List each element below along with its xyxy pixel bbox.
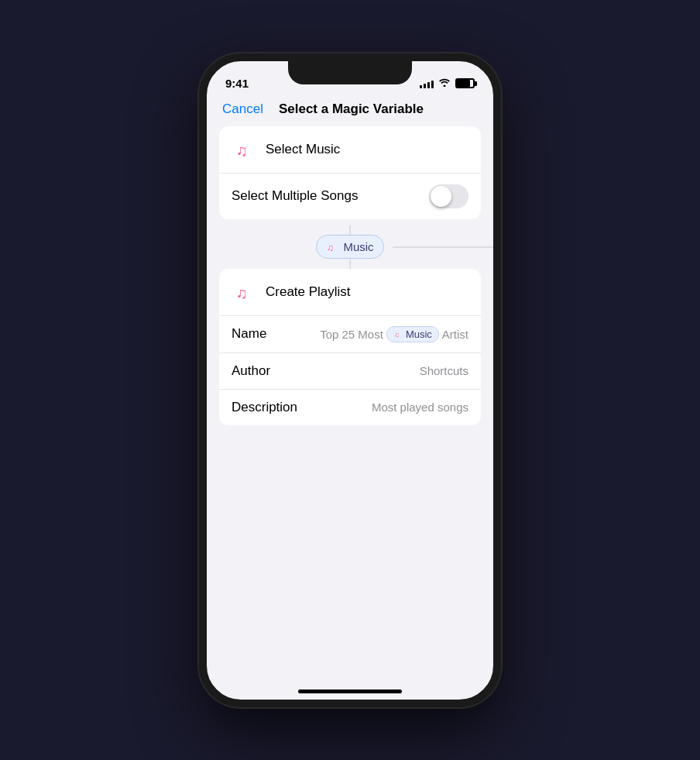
arrow-line-container bbox=[393, 246, 501, 247]
svg-text:♫: ♫ bbox=[394, 331, 400, 339]
phone-frame: 9:41 Cancel Select a Magic Variabl bbox=[199, 53, 501, 707]
select-music-row[interactable]: ♫ Select Music bbox=[219, 126, 481, 174]
create-playlist-label: Create Playlist bbox=[266, 284, 351, 300]
music-note-icon: ♫ bbox=[232, 137, 256, 162]
select-multiple-toggle[interactable] bbox=[429, 184, 468, 208]
status-time: 9:41 bbox=[225, 77, 249, 90]
svg-text:♫: ♫ bbox=[236, 284, 248, 301]
signal-icon bbox=[420, 79, 434, 88]
cancel-button[interactable]: Cancel bbox=[222, 101, 263, 117]
author-row[interactable]: Author Shortcuts bbox=[219, 353, 481, 390]
home-indicator bbox=[298, 690, 402, 693]
magic-variable-section: ♫ Music bbox=[219, 225, 481, 269]
page-title: Select a Magic Variable bbox=[263, 101, 439, 117]
select-multiple-label: Select Multiple Songs bbox=[232, 188, 358, 204]
author-label: Author bbox=[232, 363, 270, 379]
name-prefix-text: Top 25 Most bbox=[320, 328, 383, 341]
name-row[interactable]: Name Top 25 Most ♫ bbox=[219, 316, 481, 353]
svg-text:♫: ♫ bbox=[327, 242, 334, 253]
description-value: Most played songs bbox=[372, 401, 468, 414]
select-multiple-row[interactable]: Select Multiple Songs bbox=[219, 174, 481, 219]
main-content: ♫ Select Music Select Multiple Songs bbox=[207, 126, 493, 425]
navigation-bar: Cancel Select a Magic Variable bbox=[207, 95, 493, 126]
svg-text:♫: ♫ bbox=[236, 142, 248, 159]
create-playlist-card: ♫ Create Playlist Name Top 25 Most bbox=[219, 269, 481, 425]
author-placeholder: Shortcuts bbox=[420, 364, 468, 377]
description-row[interactable]: Description Most played songs bbox=[219, 390, 481, 425]
music-tag-label: Music bbox=[406, 328, 432, 340]
magic-bubble-label: Music bbox=[343, 240, 373, 253]
select-music-card: ♫ Select Music Select Multiple Songs bbox=[219, 126, 481, 219]
toggle-thumb bbox=[431, 186, 451, 207]
battery-icon bbox=[455, 78, 475, 88]
wifi-icon bbox=[438, 77, 451, 89]
status-icons bbox=[420, 77, 475, 89]
connector-line-top bbox=[350, 225, 351, 235]
magic-variable-bubble[interactable]: ♫ Music bbox=[316, 235, 383, 259]
notch bbox=[288, 61, 412, 84]
create-playlist-music-icon: ♫ bbox=[232, 280, 256, 304]
create-playlist-title-row[interactable]: ♫ Create Playlist bbox=[219, 269, 481, 316]
description-label: Description bbox=[232, 400, 297, 415]
connector-line-bottom bbox=[350, 260, 351, 269]
select-music-label: Select Music bbox=[266, 142, 340, 157]
music-variable-tag[interactable]: ♫ Music bbox=[386, 326, 439, 342]
name-value-container: Top 25 Most ♫ Music bbox=[320, 326, 468, 342]
arrow-line bbox=[393, 246, 501, 247]
name-label: Name bbox=[232, 326, 266, 342]
artist-tag: Artist bbox=[442, 328, 468, 341]
